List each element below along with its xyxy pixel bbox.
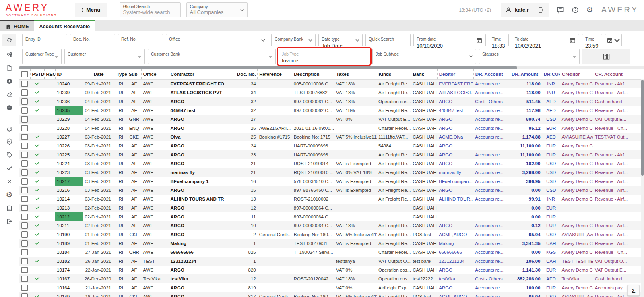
cell-dr_account[interactable]: Accounts re...	[473, 266, 510, 274]
table-row[interactable]: 1017422-Jan-2021RIAFAWEARGO820VAT 0%Oper…	[19, 266, 641, 274]
cell-cr_account[interactable]: Revenue - Airf...	[593, 150, 641, 159]
cell-creditor[interactable]: TEST TEST TEST	[560, 257, 593, 266]
sync-icon[interactable]	[2, 34, 16, 46]
cell-debitor[interactable]: ARGO	[437, 124, 473, 133]
cell-creditor[interactable]: Awery Demo Com...	[560, 248, 593, 257]
company-bank-select[interactable]: Company Bank	[271, 34, 316, 46]
cell-dr_account[interactable]: Accounts re...	[473, 79, 510, 88]
entry-id-input[interactable]: Entry ID	[22, 34, 67, 46]
cell-dr_account[interactable]: Accounts re...	[473, 292, 510, 297]
check-icon[interactable]	[0, 162, 19, 175]
file-icon[interactable]	[0, 61, 19, 75]
cell-creditor[interactable]: Awery Demo Com...	[560, 283, 593, 292]
col-header-rec[interactable]: REC	[44, 69, 55, 79]
cell-cr_account[interactable]: VAT Output O...	[593, 257, 641, 266]
table-row[interactable]: 1014918-Jan-2021RICKEAWEARGO817General C…	[19, 292, 641, 297]
cell-debitor[interactable]: ARGO	[437, 221, 473, 230]
cell-dr_account[interactable]: Accounts re...	[473, 248, 510, 257]
cell-cr_account[interactable]: Revenue - Airf...	[593, 239, 641, 248]
row-checkbox[interactable]	[21, 285, 28, 291]
table-row[interactable]: 1018901-Feb-2021RIAFAWEMaking1TEST-00010…	[19, 239, 641, 248]
table-row[interactable]: 1021102-Feb-2021RIAFAWEARGO10897-0000006…	[19, 221, 641, 230]
col-header-doc_no[interactable]: Doc. No.	[235, 69, 258, 79]
cell-debitor[interactable]: ACME,ARGO	[437, 292, 473, 297]
row-checkbox[interactable]	[21, 89, 28, 96]
col-header-dr_amount[interactable]: DR. Amount	[510, 69, 542, 79]
cell-dr_account[interactable]: Accounts re...	[473, 159, 510, 168]
cell-debitor[interactable]: ARGO	[437, 266, 473, 274]
row-checkbox[interactable]	[21, 231, 28, 238]
col-header-type[interactable]: Type	[115, 69, 127, 79]
vertical-scrollbar-thumb[interactable]	[641, 80, 644, 176]
eraser-icon[interactable]	[0, 88, 19, 101]
cell-dr_account[interactable]: Accounts re...	[473, 168, 510, 177]
cell-cr_account[interactable]: Revenue - Ch...	[593, 124, 641, 133]
cell-debitor[interactable]: ARGO	[437, 97, 473, 106]
col-header-dr_account[interactable]: DR. Account	[473, 69, 510, 79]
cell-dr_account[interactable]: Accounts re...	[473, 221, 510, 230]
cell-creditor[interactable]: Awery Demo Com...	[560, 124, 593, 133]
table-row[interactable]: 1019001-Feb-2021RICKEAWEARGO2General Con…	[19, 230, 641, 239]
col-header-date[interactable]: Date	[83, 69, 115, 79]
table-row[interactable]: 1023604-Feb-2021RIAFAWEARGO32897-0000006…	[19, 97, 641, 106]
cell-cr_account[interactable]: Revenue - Airf...	[593, 177, 641, 186]
cell-dr_account[interactable]: Accounts re...	[473, 150, 510, 159]
cell-dr_account[interactable]	[473, 212, 510, 221]
cell-creditor[interactable]: Awery Demo Com...	[560, 177, 593, 186]
col-header-kinds[interactable]: Kinds	[377, 69, 411, 79]
cell-creditor[interactable]: Awery Demo Com...	[560, 115, 593, 124]
cell-debitor[interactable]: ARGO	[437, 159, 473, 168]
cell-dr_account[interactable]: Accounts re...	[473, 115, 510, 124]
cell-dr_account[interactable]: Cost - Others	[473, 97, 510, 106]
add-circle-icon[interactable]	[0, 75, 19, 88]
date-presets-button[interactable]	[605, 34, 622, 46]
row-checkbox[interactable]	[21, 169, 28, 176]
calendar-icon[interactable]	[569, 37, 576, 46]
close-icon[interactable]	[0, 175, 19, 188]
company-select[interactable]: Company All Companies	[186, 2, 248, 17]
cell-cr_account[interactable]: Cash in hand	[593, 274, 641, 283]
row-checkbox[interactable]	[21, 134, 28, 140]
cell-debitor[interactable]: testVika	[437, 274, 473, 283]
col-header-select[interactable]	[19, 69, 30, 79]
cell-debitor[interactable]: marinas fly	[437, 168, 473, 177]
col-header-sub[interactable]: Sub	[127, 69, 141, 79]
cell-debitor[interactable]: ACME,Olya	[437, 133, 473, 141]
journal-icon[interactable]	[0, 201, 19, 215]
row-checkbox[interactable]	[21, 143, 28, 149]
col-header-bank[interactable]: Bank	[411, 69, 437, 79]
table-row[interactable]: 1022403-Feb-2021RIAFAWEARGO21RQST-210100…	[19, 159, 641, 168]
cell-debitor[interactable]	[437, 204, 473, 212]
row-checkbox[interactable]	[21, 222, 28, 229]
info-icon[interactable]	[572, 6, 579, 14]
cell-cr_account[interactable]: Revenue - Airf...	[593, 88, 641, 97]
cell-debitor[interactable]: ALHIND TOUR...	[437, 195, 473, 204]
cell-cr_account[interactable]: VAT Output E...	[593, 115, 641, 124]
cell-creditor[interactable]: Awery Demo Com...	[560, 79, 593, 88]
table-row[interactable]: 1018427-Jan-2021RICHRAWE666666666825T--1…	[19, 248, 641, 257]
row-checkbox[interactable]	[21, 196, 28, 202]
table-row[interactable]: 1023909-Feb-2021RIAFAWEATLAS LOGISTICS P…	[19, 88, 641, 97]
cell-debitor[interactable]: 445647 test	[437, 106, 473, 115]
cell-creditor[interactable]: Awery Demo Com...	[560, 266, 593, 274]
cell-dr_account[interactable]: Accounts re...	[473, 230, 510, 239]
row-checkbox[interactable]	[21, 125, 28, 131]
remove-circle-icon[interactable]	[0, 101, 19, 114]
row-checkbox[interactable]	[21, 98, 28, 105]
tab-accounts-receivable[interactable]: Accounts Receivable	[34, 20, 95, 31]
cell-creditor[interactable]: AVIASUITE,Awery ...	[560, 292, 593, 297]
table-row[interactable]: 1024009-Feb-2021RIAFAWEEVERFAST FREIGHT …	[19, 79, 641, 88]
col-header-creditor[interactable]: Creditor	[560, 69, 593, 79]
table-row[interactable]: 1023504-Feb-2021RIAFAWE445647 test32897-…	[19, 106, 641, 115]
from-date-input[interactable]: From date10/10/2020	[413, 34, 486, 46]
cell-cr_account[interactable]: Revenue - Airf...	[593, 168, 641, 177]
cell-dr_account[interactable]: Accounts re...	[473, 177, 510, 186]
cell-debitor[interactable]: 1231231234	[437, 257, 473, 266]
cell-cr_account[interactable]	[593, 204, 641, 212]
cell-debitor[interactable]: ARGO	[437, 186, 473, 195]
cell-dr_account[interactable]: Accounts re...	[473, 124, 510, 133]
cell-creditor[interactable]: TestVika	[560, 274, 593, 283]
table-row[interactable]: 1022303-Feb-2021RIAFAWEmarinas fly21RQST…	[19, 168, 641, 177]
col-header-office[interactable]: Office	[141, 69, 169, 79]
to-time-input[interactable]: Time23:59	[582, 34, 602, 46]
